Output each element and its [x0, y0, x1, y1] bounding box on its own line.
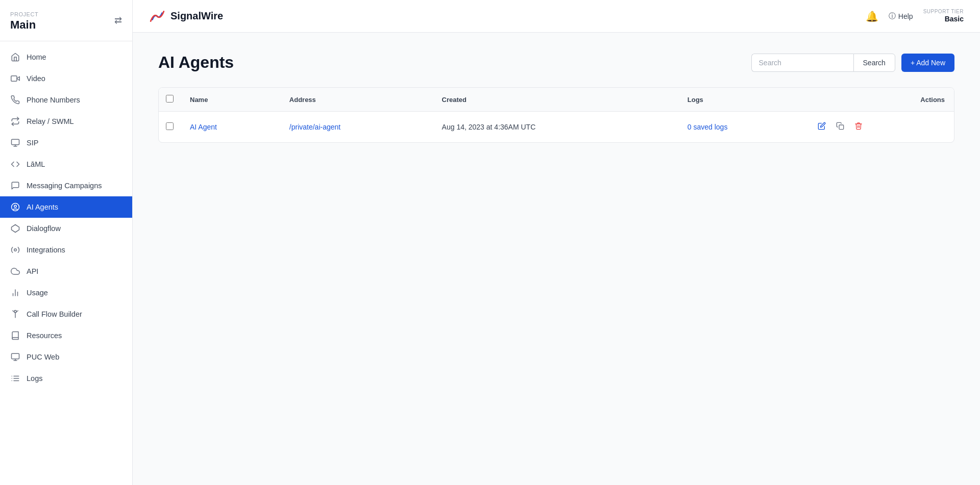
col-actions: Actions	[806, 88, 954, 112]
project-label: Project	[10, 11, 38, 17]
logo-area: SignalWire	[149, 8, 223, 24]
row-logs-cell: 0 saved logs	[678, 112, 806, 143]
svg-point-8	[14, 249, 17, 251]
messaging-campaigns-icon	[10, 181, 20, 191]
sidebar-item-api[interactable]: API	[0, 261, 132, 282]
sidebar-item-messaging-campaigns[interactable]: Messaging Campaigns	[0, 175, 132, 196]
sidebar-toggle[interactable]: ⇄	[114, 15, 122, 26]
relay-swml-icon	[10, 116, 20, 126]
agent-logs-link[interactable]: 0 saved logs	[688, 123, 728, 131]
ai-agents-icon	[10, 202, 20, 212]
sidebar: Project Main ⇄ Home Video Phone Numbers …	[0, 0, 133, 485]
sidebar-item-label: SIP	[27, 139, 38, 147]
sidebar-item-usage[interactable]: Usage	[0, 282, 132, 303]
sidebar-item-ai-agents[interactable]: AI Agents	[0, 196, 132, 218]
integrations-icon	[10, 245, 20, 255]
sidebar-nav: Home Video Phone Numbers Relay / SWML SI…	[0, 41, 132, 485]
page-header: AI Agents Search + Add New	[158, 53, 954, 72]
agents-table-wrapper: Name Address Created Logs Actions AI Age…	[158, 87, 954, 143]
svg-marker-7	[12, 225, 19, 233]
support-tier-value: Basic	[945, 15, 964, 23]
row-checkbox-cell	[159, 112, 181, 143]
sidebar-item-label: AI Agents	[27, 203, 58, 211]
header-actions: Search + Add New	[751, 54, 954, 72]
sidebar-item-video[interactable]: Video	[0, 68, 132, 89]
search-button[interactable]: Search	[853, 54, 895, 72]
agent-address-link[interactable]: /private/ai-agent	[289, 123, 340, 131]
sidebar-item-dialogflow[interactable]: Dialogflow	[0, 218, 132, 239]
col-address: Address	[280, 88, 433, 112]
svg-point-6	[14, 205, 17, 208]
col-created: Created	[433, 88, 678, 112]
dialogflow-icon	[10, 223, 20, 234]
resources-icon	[10, 330, 20, 341]
sidebar-item-resources[interactable]: Resources	[0, 325, 132, 346]
row-created-cell: Aug 14, 2023 at 4:36AM UTC	[433, 112, 678, 143]
sip-icon	[10, 138, 20, 148]
sidebar-item-label: Usage	[27, 289, 48, 297]
copy-button[interactable]	[834, 120, 846, 134]
select-all-checkbox[interactable]	[166, 95, 174, 103]
edit-icon	[818, 122, 826, 132]
page-title: AI Agents	[158, 53, 234, 72]
sidebar-item-relay-swml[interactable]: Relay / SWML	[0, 111, 132, 132]
usage-icon	[10, 288, 20, 298]
delete-button[interactable]	[852, 120, 865, 134]
sidebar-item-phone-numbers[interactable]: Phone Numbers	[0, 89, 132, 111]
home-icon	[10, 52, 20, 62]
search-input[interactable]	[751, 54, 853, 72]
sidebar-item-label: Home	[27, 53, 46, 61]
copy-icon	[836, 122, 844, 132]
sidebar-item-label: Logs	[27, 374, 42, 382]
topbar: SignalWire 🔔 ⓘ Help SUPPORT TIER Basic	[133, 0, 980, 33]
sidebar-item-label: Call Flow Builder	[27, 310, 82, 318]
bell-icon[interactable]: 🔔	[866, 10, 878, 22]
logs-icon	[10, 373, 20, 384]
actions-group	[816, 120, 945, 134]
header-checkbox-cell	[159, 88, 181, 112]
logo-text: SignalWire	[170, 10, 223, 22]
sidebar-item-integrations[interactable]: Integrations	[0, 239, 132, 261]
row-name-cell: AI Agent	[181, 112, 280, 143]
support-tier-label: SUPPORT TIER	[923, 9, 964, 14]
sidebar-item-puc-web[interactable]: PUC Web	[0, 346, 132, 368]
sidebar-item-label: Messaging Campaigns	[27, 182, 102, 190]
api-icon	[10, 266, 20, 276]
svg-marker-0	[17, 76, 19, 81]
svg-rect-1	[11, 76, 17, 82]
edit-button[interactable]	[816, 120, 828, 134]
sidebar-item-sip[interactable]: SIP	[0, 132, 132, 154]
video-icon	[10, 73, 20, 84]
laml-icon	[10, 159, 20, 169]
sidebar-item-label: LāML	[27, 160, 45, 168]
sidebar-header: Project Main ⇄	[0, 0, 132, 41]
row-actions-cell	[806, 112, 954, 143]
sidebar-item-logs[interactable]: Logs	[0, 368, 132, 389]
agent-name-link[interactable]: AI Agent	[190, 123, 217, 131]
delete-icon	[854, 122, 863, 132]
page-body: AI Agents Search + Add New Name Address …	[133, 33, 980, 485]
support-tier: SUPPORT TIER Basic	[923, 9, 964, 23]
row-checkbox[interactable]	[166, 122, 174, 130]
agents-table: Name Address Created Logs Actions AI Age…	[159, 88, 954, 142]
table-header-row: Name Address Created Logs Actions	[159, 88, 954, 112]
table-body: AI Agent /private/ai-agent Aug 14, 2023 …	[159, 112, 954, 143]
help-button[interactable]: ⓘ Help	[889, 12, 913, 21]
main-content: SignalWire 🔔 ⓘ Help SUPPORT TIER Basic A…	[133, 0, 980, 485]
add-new-button[interactable]: + Add New	[901, 54, 954, 72]
sidebar-item-label: Integrations	[27, 246, 65, 254]
call-flow-builder-icon	[10, 309, 20, 319]
project-name: Main	[10, 18, 38, 32]
sidebar-item-label: Relay / SWML	[27, 117, 74, 125]
sidebar-item-label: Phone Numbers	[27, 96, 80, 104]
sidebar-item-label: PUC Web	[27, 353, 59, 361]
sidebar-item-call-flow-builder[interactable]: Call Flow Builder	[0, 303, 132, 325]
sidebar-item-laml[interactable]: LāML	[0, 154, 132, 175]
sidebar-item-home[interactable]: Home	[0, 46, 132, 68]
signalwire-logo-icon	[149, 8, 165, 24]
svg-rect-13	[12, 353, 19, 359]
col-name: Name	[181, 88, 280, 112]
project-info: Project Main	[10, 9, 38, 32]
sidebar-item-label: Dialogflow	[27, 224, 61, 233]
table-row: AI Agent /private/ai-agent Aug 14, 2023 …	[159, 112, 954, 143]
